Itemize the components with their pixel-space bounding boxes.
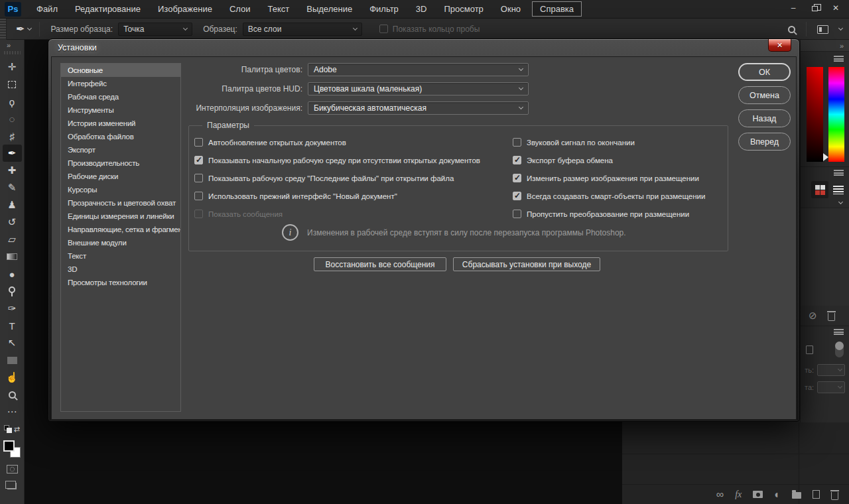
zoom-tool[interactable] (3, 386, 22, 403)
pref-category-history[interactable]: История изменений (61, 117, 180, 130)
add-mask-icon[interactable] (753, 491, 763, 498)
show-start-workspace-checkbox[interactable] (194, 156, 203, 164)
color-picker-select[interactable]: Adobe (308, 63, 529, 76)
eyedropper-tool[interactable]: ✒ (3, 145, 22, 162)
skip-transform-on-place-checkbox[interactable] (513, 210, 521, 218)
dialog-titlebar[interactable]: Установки ✕ (48, 39, 799, 56)
blur-tool[interactable]: ● (3, 265, 22, 283)
type-tool[interactable]: T (3, 317, 22, 334)
history-brush-tool[interactable]: ↺ (3, 214, 22, 231)
pref-category-plugins[interactable]: Внешние модули (61, 236, 180, 249)
quick-selection-tool[interactable]: ◌ (3, 110, 22, 127)
close-icon[interactable]: ✕ (825, 0, 846, 16)
current-tool-button[interactable]: ✒ (7, 23, 39, 35)
brush-tool[interactable]: ✎ (3, 179, 22, 196)
pref-category-transparency[interactable]: Прозрачность и цветовой охват (61, 196, 180, 210)
pref-category-guides[interactable]: Направляющие, сетка и фрагменты (61, 223, 180, 236)
path-selection-tool[interactable]: ↖ (3, 334, 22, 351)
hue-strip[interactable] (828, 67, 844, 162)
legacy-new-document-checkbox[interactable] (194, 192, 203, 200)
grid-view-icon[interactable] (811, 181, 828, 198)
color-gradient-bar[interactable] (807, 67, 823, 162)
pref-category-cursors[interactable]: Курсоры (61, 183, 180, 196)
pref-category-workspace[interactable]: Рабочая среда (61, 90, 180, 103)
shape-tool[interactable] (3, 351, 22, 369)
dialog-close-button[interactable]: ✕ (768, 39, 791, 52)
foreground-color-swatch[interactable] (3, 440, 15, 452)
show-recent-files-checkbox[interactable] (194, 174, 203, 182)
menu-help[interactable]: Справка (532, 1, 582, 17)
pref-category-general[interactable]: Основные (61, 64, 180, 77)
reset-preferences-button[interactable]: Сбрасывать установки при выходе (453, 257, 600, 271)
menu-image[interactable]: Изображение (149, 1, 221, 17)
clone-stamp-tool[interactable]: ♟ (3, 196, 22, 214)
pref-category-interface[interactable]: Интерфейс (61, 77, 180, 90)
layer-mask-icon[interactable] (806, 346, 813, 354)
menu-select[interactable]: Выделение (298, 1, 361, 17)
sample-size-select[interactable]: Точка (118, 23, 192, 36)
interpolation-select[interactable]: Бикубическая автоматическая (308, 101, 529, 115)
pref-category-scratch-disks[interactable]: Рабочие диски (61, 170, 180, 183)
ok-button[interactable]: ОК (738, 63, 791, 81)
beep-when-done-checkbox[interactable] (513, 138, 521, 147)
panel-menu-icon[interactable] (834, 170, 844, 176)
quick-mask-button[interactable] (3, 460, 22, 477)
panel-menu-icon[interactable] (834, 329, 844, 335)
cancel-button[interactable]: Отмена (738, 86, 791, 104)
pref-category-performance[interactable]: Производительность (61, 157, 180, 170)
minimize-icon[interactable]: – (783, 0, 804, 16)
default-colors-icon[interactable] (4, 425, 9, 430)
forward-button[interactable]: Вперед (738, 133, 791, 151)
move-tool[interactable]: ✛ (3, 58, 22, 76)
export-clipboard-checkbox[interactable] (513, 156, 521, 164)
lasso-tool[interactable]: ϙ (3, 93, 22, 110)
search-icon[interactable] (788, 26, 795, 33)
sample-select[interactable]: Все слои (243, 23, 362, 36)
hue-slider-arrow-icon[interactable] (823, 153, 828, 161)
mask-toggle-icon[interactable] (835, 342, 844, 357)
pref-category-units[interactable]: Единицы измерения и линейки (61, 210, 180, 223)
eraser-tool[interactable]: ▱ (3, 231, 22, 248)
pref-category-tech-previews[interactable]: Просмотры технологии (61, 276, 180, 289)
panel-menu-icon[interactable] (834, 56, 844, 62)
pen-tool[interactable]: ✑ (3, 300, 22, 317)
menu-3d[interactable]: 3D (407, 1, 436, 17)
hand-tool[interactable]: ☝ (3, 369, 22, 386)
healing-brush-tool[interactable]: ✚ (3, 162, 22, 179)
menu-window[interactable]: Окно (492, 1, 529, 17)
edit-toolbar-button[interactable]: ⋯ (3, 403, 22, 420)
menu-view[interactable]: Просмотр (435, 1, 491, 17)
pref-category-3d[interactable]: 3D (61, 263, 180, 276)
layer-style-fx-icon[interactable]: fx (735, 489, 742, 500)
marquee-tool[interactable] (3, 76, 22, 93)
chevron-down-icon[interactable] (838, 200, 843, 204)
new-layer-icon[interactable] (813, 490, 820, 499)
chevron-down-icon[interactable] (838, 26, 843, 31)
list-view-icon[interactable] (833, 186, 844, 194)
pref-category-file-handling[interactable]: Обработка файлов (61, 130, 180, 143)
menu-type[interactable]: Текст (259, 1, 298, 17)
smart-objects-on-place-checkbox[interactable] (513, 192, 521, 200)
panel-collapse-header[interactable]: » (801, 40, 849, 52)
menu-file[interactable]: Файл (28, 1, 66, 17)
default-swap-colors[interactable]: ⇄ (3, 420, 22, 438)
screen-mode-button[interactable] (3, 477, 22, 495)
new-group-icon[interactable] (792, 492, 801, 499)
tools-panel-grip[interactable] (4, 51, 21, 54)
dodge-tool[interactable] (3, 283, 22, 300)
options-bar-grip[interactable] (0, 19, 7, 40)
gradient-tool[interactable] (3, 248, 22, 265)
menu-edit[interactable]: Редактирование (66, 1, 149, 17)
delete-layer-icon[interactable] (831, 492, 838, 500)
pref-category-type[interactable]: Текст (61, 249, 180, 263)
swap-colors-icon[interactable]: ⇄ (14, 425, 20, 434)
resize-on-place-checkbox[interactable] (513, 174, 521, 182)
pref-category-tools[interactable]: Инструменты (61, 103, 180, 117)
adjustment-layer-icon[interactable]: ◐ (774, 489, 781, 501)
menu-filter[interactable]: Фильтр (361, 1, 407, 17)
menu-layers[interactable]: Слои (221, 1, 259, 17)
link-layers-icon[interactable]: ∞ (716, 489, 724, 501)
unlink-mask-icon[interactable]: ⊘ (809, 310, 817, 322)
auto-update-checkbox[interactable] (194, 138, 203, 147)
back-button[interactable]: Назад (738, 109, 791, 127)
